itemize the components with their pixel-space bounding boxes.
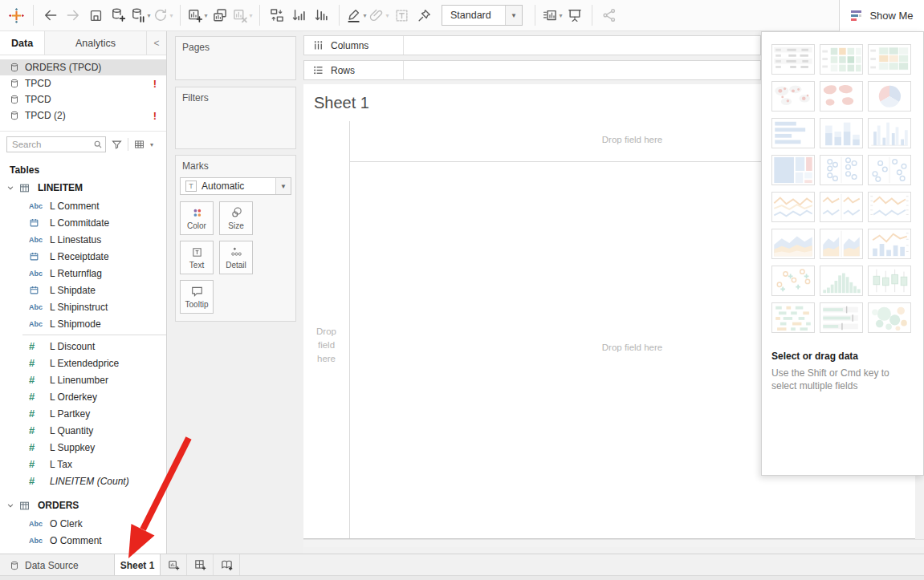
paperclip-button: ▾ <box>368 4 389 26</box>
filters-shelf[interactable]: Filters <box>175 87 296 149</box>
field-item[interactable]: AbcO Comment <box>0 532 166 549</box>
area-continuous-chart-thumbnail[interactable] <box>771 229 815 259</box>
field-item[interactable]: AbcL Shipmode <box>0 315 166 332</box>
show-me-button[interactable]: Show Me <box>839 0 924 31</box>
new-dashboard-button[interactable] <box>187 554 214 576</box>
tab-analytics[interactable]: Analytics <box>45 31 147 55</box>
lines-discrete-chart-thumbnail[interactable] <box>820 192 863 222</box>
bullet-graph-chart-thumbnail[interactable] <box>820 302 863 333</box>
field-item[interactable]: #L Linenumber <box>0 371 166 388</box>
color-mark-button[interactable]: Color <box>180 201 214 235</box>
data-source-item[interactable]: TPCD <box>0 91 166 107</box>
packed-bubbles-chart-thumbnail[interactable] <box>868 302 911 333</box>
new-data-source-button[interactable] <box>108 4 128 26</box>
horizontal-bars-chart-thumbnail[interactable] <box>771 118 815 148</box>
highlight-table-chart-thumbnail[interactable] <box>820 44 863 75</box>
show-mark-labels-caret-icon[interactable]: ▾ <box>559 12 562 19</box>
size-mark-button[interactable]: Size <box>219 201 253 235</box>
pause-auto-updates-button[interactable]: ▾ <box>130 4 151 26</box>
data-source-item[interactable]: ORDERS (TPCD) <box>0 59 166 75</box>
new-worksheet-button[interactable]: ▾ <box>187 4 208 26</box>
data-source-item[interactable]: TPCD! <box>0 75 166 91</box>
tableau-logo-button[interactable] <box>6 4 26 26</box>
data-source-item[interactable]: TPCD (2)! <box>0 107 166 124</box>
table-group-orders[interactable]: ORDERS <box>0 496 166 515</box>
show-mark-labels-button[interactable]: ▾ <box>542 4 563 26</box>
rows-shelf[interactable]: Rows <box>303 60 761 80</box>
field-item[interactable]: #L Tax <box>0 456 166 473</box>
run-update-caret-icon[interactable]: ▾ <box>169 12 173 19</box>
dual-lines-chart-thumbnail[interactable] <box>868 192 911 222</box>
pie-chart-chart-thumbnail[interactable] <box>868 81 911 112</box>
side-by-side-circles-chart-thumbnail[interactable] <box>868 155 911 185</box>
field-item[interactable]: AbcL Linestatus <box>0 231 166 248</box>
fix-axes-pin-button[interactable] <box>413 4 434 26</box>
field-item[interactable]: L Shipdate <box>0 282 166 298</box>
sort-descending-button[interactable] <box>311 4 332 26</box>
pages-shelf[interactable]: Pages <box>175 36 296 80</box>
mark-type-dropdown[interactable]: T Automatic ▼ <box>180 177 291 195</box>
presentation-mode-button[interactable] <box>564 4 585 26</box>
string-field-icon: Abc <box>29 320 43 328</box>
horizontal-scrollbar[interactable] <box>303 539 924 547</box>
tab-data[interactable]: Data <box>0 31 45 55</box>
undo-arrow-button[interactable] <box>40 4 61 26</box>
side-by-side-bars-chart-thumbnail[interactable] <box>868 118 911 148</box>
detail-mark-button[interactable]: Detail <box>219 241 253 274</box>
histogram-chart-thumbnail[interactable] <box>820 266 863 296</box>
stacked-bars-chart-thumbnail[interactable] <box>820 118 863 148</box>
field-item[interactable]: #L Quantity <box>0 422 166 439</box>
new-story-button[interactable] <box>214 554 240 576</box>
sort-ascending-button[interactable] <box>289 4 310 26</box>
fit-mode-select[interactable]: Standard▼ <box>442 5 523 26</box>
filled-map-chart-thumbnail[interactable] <box>820 81 863 112</box>
heat-map-chart-thumbnail[interactable] <box>868 44 911 75</box>
error-icon: ! <box>153 78 157 90</box>
field-item[interactable]: L Receiptdate <box>0 248 166 265</box>
field-item[interactable]: AbcL Shipinstruct <box>0 298 166 315</box>
field-item[interactable]: AbcL Returnflag <box>0 265 166 282</box>
swap-rows-columns-button[interactable] <box>267 4 287 26</box>
dual-combination-chart-thumbnail[interactable] <box>868 229 911 259</box>
duplicate-sheet-button[interactable] <box>210 4 230 26</box>
field-item[interactable]: #L Orderkey <box>0 388 166 405</box>
collapse-pane-icon[interactable]: < <box>147 31 166 55</box>
filter-icon[interactable] <box>111 139 123 151</box>
field-item[interactable]: AbcO Clerk <box>0 515 166 532</box>
table-group-lineitem[interactable]: LINEITEM <box>0 178 166 197</box>
scatter-plot-chart-thumbnail[interactable] <box>771 266 815 296</box>
drop-zone-rows[interactable]: Dropfieldhere <box>303 325 349 366</box>
text-table-chart-thumbnail[interactable] <box>771 44 815 75</box>
chevron-down-icon <box>6 184 14 192</box>
tooltip-mark-button[interactable]: Tooltip <box>180 280 214 314</box>
save-button[interactable] <box>85 4 106 26</box>
highlight-pen-caret-icon[interactable]: ▾ <box>363 12 366 19</box>
view-options-caret-icon[interactable]: ▾ <box>150 141 153 148</box>
field-item[interactable]: #LINEITEM (Count) <box>0 473 166 489</box>
text-mark-button[interactable]: Text <box>180 241 214 274</box>
field-item[interactable]: #L Partkey <box>0 405 166 422</box>
field-item[interactable]: L Commitdate <box>0 214 166 231</box>
circle-views-chart-thumbnail[interactable] <box>820 155 863 185</box>
search-input[interactable] <box>6 136 106 152</box>
new-worksheet-button[interactable] <box>161 554 187 576</box>
gantt-chart-thumbnail[interactable] <box>771 302 815 333</box>
new-worksheet-caret-icon[interactable]: ▾ <box>204 12 207 19</box>
view-options-icon[interactable] <box>133 139 145 150</box>
paperclip-caret-icon[interactable]: ▾ <box>385 12 389 19</box>
field-item[interactable]: AbcL Comment <box>0 197 166 214</box>
highlight-pen-button[interactable]: ▾ <box>346 4 367 26</box>
pause-auto-updates-caret-icon[interactable]: ▾ <box>147 12 150 19</box>
box-and-whisker-chart-thumbnail[interactable] <box>868 266 911 296</box>
area-discrete-chart-thumbnail[interactable] <box>820 229 863 259</box>
lines-continuous-chart-thumbnail[interactable] <box>771 192 815 222</box>
field-item[interactable]: #L Discount <box>0 338 166 355</box>
symbol-map-chart-thumbnail[interactable] <box>771 81 815 112</box>
sheet-tab-active[interactable]: Sheet 1 <box>114 554 161 576</box>
data-source-tab[interactable]: Data Source <box>0 554 114 576</box>
field-item[interactable]: #L Suppkey <box>0 439 166 456</box>
treemap-chart-thumbnail[interactable] <box>771 155 815 185</box>
field-item[interactable]: #L Extendedprice <box>0 355 166 371</box>
columns-shelf[interactable]: Columns <box>303 35 761 55</box>
clear-sheet-caret-icon[interactable]: ▾ <box>249 12 252 19</box>
